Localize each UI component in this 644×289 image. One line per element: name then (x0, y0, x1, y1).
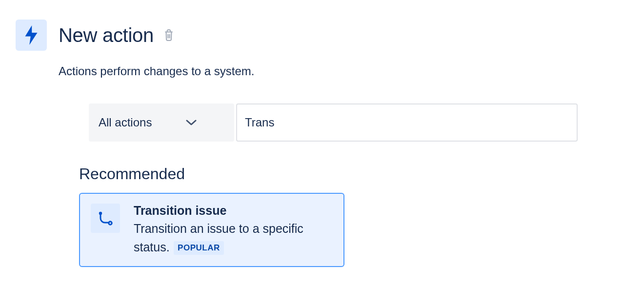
page-title: New action (59, 24, 154, 46)
title-row: New action (59, 24, 176, 46)
dropdown-label: All actions (99, 116, 152, 129)
card-title: Transition issue (134, 204, 333, 218)
card-body: Transition issue Transition an issue to … (134, 204, 333, 256)
page-subtitle: Actions perform changes to a system. (59, 64, 628, 78)
delete-button[interactable] (161, 27, 176, 43)
filter-row: All actions (89, 103, 628, 142)
trash-icon (163, 29, 174, 41)
chevron-down-icon (186, 119, 197, 126)
action-card-transition-issue[interactable]: Transition issue Transition an issue to … (79, 193, 344, 267)
actions-filter-dropdown[interactable]: All actions (89, 103, 234, 142)
popular-badge: POPULAR (174, 241, 224, 255)
section-heading: Recommended (79, 165, 628, 183)
card-desc-row: Transition an issue to a specific status… (134, 220, 333, 256)
card-icon-box (91, 204, 120, 233)
svg-point-1 (109, 222, 112, 225)
header-row: New action (16, 20, 628, 51)
search-input[interactable] (236, 103, 578, 142)
transition-icon (97, 210, 114, 227)
lightning-icon (24, 25, 39, 45)
action-icon-box (16, 20, 47, 51)
